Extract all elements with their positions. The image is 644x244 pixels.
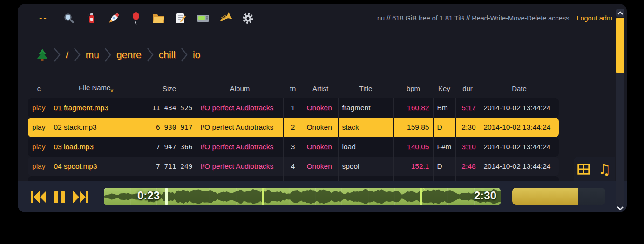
date-cell: 2014-10-02 13:44:24 (480, 157, 559, 176)
header-artist[interactable]: Artist (303, 78, 338, 98)
key-cell: F#m (433, 137, 455, 157)
previous-track-button[interactable] (31, 191, 46, 203)
album-cell: I/O perfect Audiotracks (197, 137, 283, 157)
balloon-icon[interactable] (125, 12, 147, 25)
header-album[interactable]: Album (197, 78, 283, 98)
seek-playhead[interactable] (165, 188, 168, 205)
header-key[interactable]: Key (433, 78, 455, 98)
chevron-right-icon (147, 47, 154, 63)
header-title[interactable]: Title (338, 78, 393, 98)
trumpet-icon[interactable] (213, 8, 238, 28)
seekbar[interactable]: 0:23 2:30 12 (104, 188, 501, 205)
duration-cell: 5:17 (455, 98, 480, 118)
bpm-cell: 140.05 (393, 137, 433, 157)
duration-cell: 3:10 (455, 137, 480, 157)
track-number-cell: 4 (283, 157, 303, 176)
date-cell: 2014-10-02 13:44:24 (480, 137, 559, 157)
chevron-right-icon (54, 47, 61, 63)
breadcrumb: / mu genre chill io (36, 46, 200, 64)
date-cell: 2014-10-02 13:44:24 (480, 98, 559, 118)
scrollbar (616, 9, 624, 211)
breadcrumb-io[interactable]: io (193, 49, 200, 60)
collapse-toolbar-button[interactable]: -- (36, 13, 58, 24)
logout-link[interactable]: Logout adm (576, 14, 612, 22)
track-number-cell: 3 (283, 137, 303, 157)
scrollbar-thumb[interactable] (616, 18, 624, 73)
toolbar: -- nu // 618 GiB free of 1.81 TiB // (18, 4, 627, 33)
volume-fill (512, 188, 578, 205)
key-cell: D (433, 157, 455, 176)
play-link[interactable]: play (28, 157, 50, 176)
header-size[interactable]: Size (142, 78, 197, 98)
play-link[interactable]: play (28, 137, 50, 157)
view-toggle-panel: ♫ (574, 157, 615, 182)
folder-icon[interactable] (147, 13, 169, 23)
toolbar-right: nu // 618 GiB free of 1.81 TiB // Read-W… (377, 4, 612, 33)
artist-cell: Onoken (303, 118, 338, 137)
artist-cell: Onoken (303, 157, 338, 176)
table-row: play 01 fragment.mp3 11 434 525 I/O perf… (28, 98, 559, 118)
artist-cell: Onoken (303, 137, 338, 157)
header-bpm[interactable]: bpm (393, 78, 433, 98)
table-row: play 03 load.mp3 7 947 366 I/O perfect A… (28, 137, 559, 157)
pager-icon[interactable] (192, 13, 214, 23)
gear-icon[interactable] (237, 13, 259, 24)
sort-indicator: v (110, 87, 113, 93)
grid-view-icon[interactable] (577, 164, 590, 175)
cue-marker: 2 (420, 188, 422, 205)
file-link[interactable]: 03 load.mp3 (50, 137, 142, 157)
total-duration: 2:30 (474, 189, 496, 202)
artist-cell: Onoken (303, 98, 338, 118)
storage-status-text: nu // 618 GiB free of 1.81 TiB // Read-W… (377, 14, 569, 22)
memo-icon[interactable] (169, 13, 192, 24)
fire-extinguisher-icon[interactable] (80, 13, 102, 24)
track-number-cell: 2 (283, 118, 303, 137)
breadcrumb-mu[interactable]: mu (86, 49, 99, 60)
album-cell: I/O perfect Audiotracks (197, 157, 283, 176)
title-cell: spool (338, 157, 393, 176)
bpm-cell: 160.82 (393, 98, 433, 118)
elapsed-time: 0:23 (137, 189, 160, 202)
file-link[interactable]: 01 fragment.mp3 (50, 98, 142, 118)
breadcrumb-genre[interactable]: genre (116, 49, 142, 60)
header-file-name[interactable]: File Namev (50, 78, 142, 98)
header-date[interactable]: Date (480, 78, 559, 98)
volume-slider[interactable] (512, 188, 605, 205)
player-bar: 0:23 2:30 12 (18, 181, 627, 212)
file-link[interactable]: 04 spool.mp3 (50, 157, 142, 176)
music-note-icon[interactable]: ♫ (598, 162, 611, 177)
scroll-down-button[interactable] (616, 205, 624, 211)
breadcrumb-root[interactable]: / (66, 49, 68, 60)
play-link[interactable]: play (28, 118, 50, 137)
search-icon[interactable] (58, 13, 80, 24)
next-track-button[interactable] (73, 191, 88, 203)
file-size: 6 930 917 (142, 118, 197, 137)
scroll-up-button[interactable] (616, 9, 624, 17)
header-dur[interactable]: dur (455, 78, 480, 98)
rocket-icon[interactable] (102, 13, 125, 24)
waveform (104, 188, 501, 205)
chevron-right-icon (181, 47, 188, 63)
file-size: 7 711 249 (142, 157, 197, 176)
file-table: c File Namev Size Album tn Artist Title … (28, 78, 559, 184)
transport-controls (31, 181, 88, 212)
table-header-row: c File Namev Size Album tn Artist Title … (28, 78, 559, 98)
header-c[interactable]: c (28, 78, 50, 98)
file-link[interactable]: 02 stack.mp3 (50, 118, 142, 137)
album-cell: I/O perfect Audiotracks (197, 118, 283, 137)
app-window: -- nu // 618 GiB free of 1.81 TiB // (18, 4, 627, 212)
file-size: 11 434 525 (142, 98, 197, 118)
header-tn[interactable]: tn (283, 78, 303, 98)
table-row: play 04 spool.mp3 7 711 249 I/O perfect … (28, 157, 559, 176)
breadcrumb-chill[interactable]: chill (159, 49, 176, 60)
tree-icon[interactable] (36, 48, 48, 62)
chevron-right-icon (104, 47, 111, 63)
file-size: 7 947 366 (142, 137, 197, 157)
title-cell: fragment (338, 98, 393, 118)
duration-cell: 2:48 (455, 157, 480, 176)
album-cell: I/O perfect Audiotracks (197, 98, 283, 118)
pause-button[interactable] (54, 191, 65, 203)
chevron-right-icon (74, 47, 81, 63)
chevron-down-icon (617, 206, 624, 210)
play-link[interactable]: play (28, 98, 50, 118)
